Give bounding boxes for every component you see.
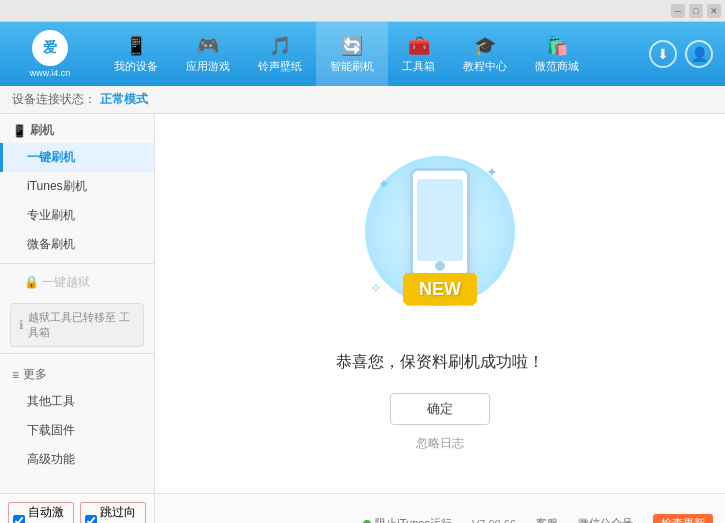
nav-item-wei-store-label: 微范商城 [535,59,579,74]
sidebar-notice-jailbreak: ℹ 越狱工具已转移至 工具箱 [10,303,144,347]
micro-flash-label: 微备刷机 [27,237,75,251]
toolbox-icon: 🧰 [408,35,430,57]
skip-wizard-checkbox-label[interactable]: 跳过向导 [80,502,146,523]
maximize-button[interactable]: □ [689,4,703,18]
pro-flash-label: 专业刷机 [27,208,75,222]
update-button[interactable]: 检查更新 [653,514,713,523]
auto-start-checkbox[interactable] [13,515,25,523]
version-text: V7.98.66 [472,518,516,524]
itunes-indicator [363,520,371,524]
ignore-link[interactable]: 忽略日志 [416,435,464,452]
title-bar: ─ □ ✕ [0,0,725,22]
nav-item-toolbox-label: 工具箱 [402,59,435,74]
phone-illustration: ✦ ✦ ✧ NEW [360,156,520,336]
nav-item-smart-flash-label: 智能刷机 [330,59,374,74]
tutorials-icon: 🎓 [474,35,496,57]
nav-bar: 📱 我的设备 🎮 应用游戏 🎵 铃声壁纸 🔄 智能刷机 🧰 工具箱 🎓 教程中心… [100,22,649,86]
sidebar-item-other-tools[interactable]: 其他工具 [0,387,154,416]
nav-item-tutorials[interactable]: 🎓 教程中心 [449,22,521,86]
bottom-area: 自动激活 跳过向导 📱 iPhone 12 mini 64GB Down-12m… [0,493,725,523]
nav-item-tutorials-label: 教程中心 [463,59,507,74]
other-tools-label: 其他工具 [27,394,75,408]
advanced-label: 高级功能 [27,452,75,466]
sidebar-item-itunes-flash[interactable]: iTunes刷机 [0,172,154,201]
device-panel: 自动激活 跳过向导 📱 iPhone 12 mini 64GB Down-12m… [0,494,155,523]
close-button[interactable]: ✕ [707,4,721,18]
sidebar-item-micro-flash[interactable]: 微备刷机 [0,230,154,259]
sidebar-item-pro-flash[interactable]: 专业刷机 [0,201,154,230]
device-checkboxes: 自动激活 跳过向导 [8,498,146,523]
sidebar-item-one-click-flash[interactable]: 一键刷机 [0,143,154,172]
skip-wizard-label: 跳过向导 [100,504,141,523]
nav-item-apps-games-label: 应用游戏 [186,59,230,74]
celebration-area: ✦ ✦ ✧ NEW 恭喜您，保资料刷机成功啦！ 确定 忽略日志 [336,156,544,452]
sparkle-icon-2: ✦ [486,164,498,180]
notice-text: 越狱工具已转移至 工具箱 [28,310,135,340]
lock-icon: 🔒 [24,275,42,289]
download-button[interactable]: ⬇ [649,40,677,68]
smart-flash-icon: 🔄 [341,35,363,57]
nav-item-my-device[interactable]: 📱 我的设备 [100,22,172,86]
skip-wizard-checkbox[interactable] [85,515,97,523]
user-button[interactable]: 👤 [685,40,713,68]
sidebar-item-download-firmware[interactable]: 下载固件 [0,416,154,445]
one-click-flash-label: 一键刷机 [27,150,75,164]
confirm-button[interactable]: 确定 [390,393,490,425]
nav-item-wei-store[interactable]: 🛍️ 微范商城 [521,22,593,86]
logo-icon: 爱 [32,30,68,66]
itunes-status: 阻止iTunes运行 [363,516,452,523]
sparkle-icon-3: ✧ [370,280,382,296]
status-label: 设备连接状态： [12,91,96,108]
customer-service-link[interactable]: 客服 [536,516,558,523]
success-text: 恭喜您，保资料刷机成功啦！ [336,352,544,373]
sidebar-divider-2 [0,353,154,354]
new-badge: NEW [403,273,477,306]
phone-body [410,168,470,278]
main-content: ✦ ✦ ✧ NEW 恭喜您，保资料刷机成功啦！ 确定 忽略日志 [155,114,725,493]
header-right: ⬇ 👤 [649,40,725,68]
download-firmware-label: 下载固件 [27,423,75,437]
status-bar: 设备连接状态： 正常模式 [0,86,725,114]
wei-store-icon: 🛍️ [546,35,568,57]
nav-item-ringtones-label: 铃声壁纸 [258,59,302,74]
status-value: 正常模式 [100,91,148,108]
more-icon: ≡ [12,368,19,382]
sidebar-item-advanced[interactable]: 高级功能 [0,445,154,474]
sidebar-section-flash-label: 刷机 [30,122,54,139]
logo-area[interactable]: 爱 www.i4.cn [0,30,100,78]
nav-item-toolbox[interactable]: 🧰 工具箱 [388,22,449,86]
logo-symbol: 爱 [43,39,57,57]
logo-subtext: www.i4.cn [30,68,71,78]
notice-icon: ℹ [19,318,24,332]
bottom-main: 阻止iTunes运行 V7.98.66 客服 微信公众号 检查更新 [155,494,725,523]
itunes-status-label: 阻止iTunes运行 [375,516,452,523]
window-controls: ─ □ ✕ [671,4,721,18]
nav-item-apps-games[interactable]: 🎮 应用游戏 [172,22,244,86]
nav-item-ringtones[interactable]: 🎵 铃声壁纸 [244,22,316,86]
sidebar: 📱 刷机 一键刷机 iTunes刷机 专业刷机 微备刷机 🔒 一键越狱 ℹ 越狱… [0,114,155,493]
my-device-icon: 📱 [125,35,147,57]
minimize-button[interactable]: ─ [671,4,685,18]
jailbreak-label: 一键越狱 [42,275,90,289]
sidebar-divider-1 [0,263,154,264]
sidebar-item-jailbreak: 🔒 一键越狱 [0,268,154,297]
more-label: 更多 [23,366,47,383]
sparkle-icon-1: ✦ [378,176,390,192]
apps-games-icon: 🎮 [197,35,219,57]
wechat-official-link[interactable]: 微信公众号 [578,516,633,523]
flash-section-icon: 📱 [12,124,26,138]
main-layout: 📱 刷机 一键刷机 iTunes刷机 专业刷机 微备刷机 🔒 一键越狱 ℹ 越狱… [0,114,725,493]
phone-screen [417,179,463,261]
ringtones-icon: 🎵 [269,35,291,57]
nav-item-smart-flash[interactable]: 🔄 智能刷机 [316,22,388,86]
nav-item-my-device-label: 我的设备 [114,59,158,74]
auto-start-label: 自动激活 [28,504,69,523]
sidebar-more-header: ≡ 更多 [0,358,154,387]
itunes-flash-label: iTunes刷机 [27,179,87,193]
auto-start-checkbox-label[interactable]: 自动激活 [8,502,74,523]
sidebar-section-flash: 📱 刷机 [0,114,154,143]
phone-home-btn [435,261,445,271]
header: 爱 www.i4.cn 📱 我的设备 🎮 应用游戏 🎵 铃声壁纸 🔄 智能刷机 … [0,22,725,86]
